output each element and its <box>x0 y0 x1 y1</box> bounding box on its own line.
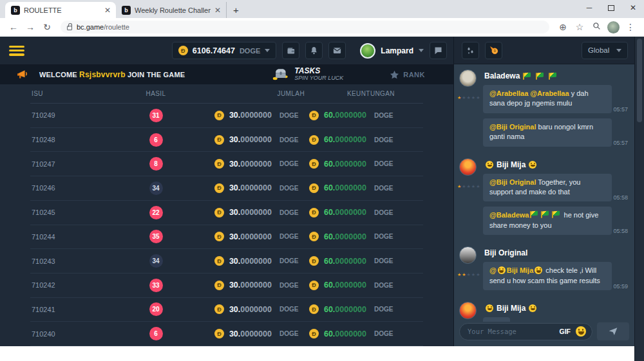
chat-avatar[interactable] <box>459 302 477 319</box>
chat-toggle-button[interactable] <box>430 42 447 59</box>
chat-bubble[interactable]: @Biji Mija check tele ,i Will send u how… <box>483 262 612 290</box>
tab-close-icon[interactable]: ✕ <box>104 6 111 14</box>
page-scrollbar[interactable] <box>634 37 644 361</box>
tasks-button[interactable]: TASKS SPIN YOUR LUCK <box>272 67 343 82</box>
messages-mail-button[interactable] <box>328 42 346 59</box>
user-rating: ★★★★★ <box>457 179 480 190</box>
rank-button[interactable]: RANK <box>390 70 425 79</box>
chat-username[interactable]: Biji Original <box>484 248 628 257</box>
chat-username[interactable]: Biji Mija <box>484 304 628 313</box>
svg-text:D: D <box>493 49 496 53</box>
star-icon: ★ <box>471 272 475 277</box>
hamburger-menu-icon[interactable] <box>9 46 24 56</box>
amount-decimals: 0000000 <box>240 135 272 144</box>
chat-username[interactable]: Biji Mija <box>484 160 628 169</box>
new-tab-button[interactable]: + <box>233 5 239 15</box>
emoji-picker-icon[interactable] <box>576 326 586 337</box>
chat-channel-select[interactable]: Global <box>582 42 628 59</box>
bet-amount: Ð30.0000000DOGE <box>204 281 309 290</box>
close-button[interactable]: ✕ <box>622 0 644 15</box>
back-icon[interactable]: ← <box>5 22 22 32</box>
address-bar[interactable]: bc.game/roulette <box>61 21 549 33</box>
currency-label: DOGE <box>374 136 395 143</box>
chat-bubble[interactable]: @Biji Original baru nongol kmrn ganti na… <box>483 118 612 147</box>
bookmark-star-icon[interactable]: ☆ <box>571 22 588 32</box>
amount-main: 60. <box>324 160 335 169</box>
table-row[interactable]: 71024634Ð30.0000000DOGEÐ60.0000000DOGE <box>30 176 423 201</box>
chat-bubble-row: @Biji Mija check tele ,i Will send u how… <box>483 262 628 290</box>
chat-messages: ★★★★★Baladewa@Arabellaa @Arabellaa y dah… <box>454 64 634 322</box>
tab-close-icon[interactable]: ✕ <box>214 6 221 14</box>
chat-username[interactable]: Baladewa <box>484 71 628 80</box>
currency-label: DOGE <box>374 185 395 192</box>
table-row[interactable]: 71024120Ð30.0000000DOGEÐ60.0000000DOGE <box>30 298 423 322</box>
send-message-button[interactable] <box>597 322 629 340</box>
reload-icon[interactable]: ↻ <box>39 22 55 32</box>
main-content: Ð 6106.74647 DOGE <box>0 37 454 346</box>
zoom-install-icon[interactable]: ⊕ <box>554 22 571 32</box>
maximize-button[interactable] <box>600 0 622 15</box>
rain-tip-button[interactable] <box>462 42 479 59</box>
table-row[interactable]: 71024522Ð30.0000000DOGEÐ60.0000000DOGE <box>30 201 423 225</box>
table-row[interactable]: 7102486Ð30.0000000DOGEÐ60.0000000DOGE <box>30 128 423 153</box>
chat-input-box[interactable]: GIF <box>459 323 592 340</box>
user-menu[interactable]: Lampard <box>360 43 424 59</box>
mention[interactable]: @ <box>489 266 497 274</box>
gif-button[interactable]: GIF <box>560 328 571 335</box>
chat-message-column: Biji MijaOk05:59 <box>483 302 628 322</box>
chat-message-input[interactable] <box>468 328 554 335</box>
bet-amount: Ð30.0000000DOGE <box>204 256 309 266</box>
profit-amount: Ð60.0000000DOGE <box>309 281 423 290</box>
mention[interactable]: @Arabellaa <box>489 89 528 97</box>
bet-amount: Ð30.0000000DOGE <box>204 232 309 241</box>
chat-bubble[interactable]: @Baladewa he not give share money to you <box>483 207 612 235</box>
mention[interactable]: Biji Mija <box>507 266 534 274</box>
wallet-button[interactable] <box>282 42 299 59</box>
tasks-subtitle: SPIN YOUR LUCK <box>294 75 343 82</box>
balance-selector[interactable]: Ð 6106.74647 DOGE <box>172 42 276 59</box>
table-row[interactable]: 71024435Ð30.0000000DOGEÐ60.0000000DOGE <box>30 225 423 250</box>
mention[interactable]: @Biji Original <box>489 123 536 131</box>
chat-avatar[interactable] <box>459 246 477 264</box>
author-name: Biji Mija <box>497 160 526 169</box>
minimize-button[interactable]: ─ <box>578 0 600 15</box>
grin-emoji-icon <box>529 161 536 169</box>
result-badge: 33 <box>149 279 163 292</box>
profit-amount: Ð60.0000000DOGE <box>309 256 423 266</box>
amount-main: 60. <box>324 281 335 290</box>
mention[interactable]: @Biji Original <box>489 178 536 186</box>
star-icon: ★ <box>462 95 466 100</box>
star-icon: ★ <box>457 95 461 100</box>
mention[interactable]: @Arabellaa <box>530 89 569 97</box>
chat-bubble[interactable]: @Arabellaa @Arabellaa y dah sana depo jg… <box>483 85 612 113</box>
chat-avatar[interactable] <box>459 158 477 176</box>
chat-bubble[interactable]: Ok <box>483 317 510 322</box>
notifications-bell-button[interactable] <box>305 42 323 59</box>
bet-id: 710244 <box>30 233 108 241</box>
table-row[interactable]: 71024233Ð30.0000000DOGEÐ60.0000000DOGE <box>30 273 423 298</box>
table-row[interactable]: 71024931Ð30.0000000DOGEÐ60.0000000DOGE <box>30 104 423 128</box>
table-row[interactable]: 71024334Ð30.0000000DOGEÐ60.0000000DOGE <box>30 249 423 273</box>
search-icon[interactable] <box>588 22 605 32</box>
forward-icon[interactable]: → <box>22 22 39 32</box>
table-row[interactable]: 7102406Ð30.0000000DOGEÐ60.0000000DOGE <box>30 322 423 346</box>
chat-bubble[interactable]: @Biji Original Together, you support and… <box>483 174 612 202</box>
result-badge: 6 <box>149 133 163 147</box>
doge-coin-icon: Ð <box>309 183 319 193</box>
bet-amount: Ð30.0000000DOGE <box>204 208 309 218</box>
welcome-username: Rsjsbvvrvrb <box>79 70 126 79</box>
message-time: 05:59 <box>613 283 628 290</box>
menu-dots-icon[interactable]: ⋮ <box>622 22 639 32</box>
table-row[interactable]: 7102478Ð30.0000000DOGEÐ60.0000000DOGE <box>30 152 423 176</box>
chat-message-group: ★★★★★Biji Original@Biji Mija check tele … <box>459 246 628 295</box>
tab-roulette[interactable]: b ROULETTE ✕ <box>5 2 116 18</box>
chat-avatar[interactable] <box>459 69 477 87</box>
mention[interactable]: @Baladewa <box>489 211 529 219</box>
amount-main: 60. <box>324 208 335 217</box>
tab-weekly-challenge[interactable]: b Weekly Roulette Challenge - Win ✕ <box>116 2 227 18</box>
coin-drop-button[interactable]: D <box>485 42 502 59</box>
profile-avatar[interactable] <box>607 21 620 33</box>
author-name: Biji Mija <box>497 304 526 313</box>
browser-window: b ROULETTE ✕ b Weekly Roulette Challenge… <box>0 0 644 361</box>
scrollbar-thumb[interactable] <box>637 39 642 122</box>
